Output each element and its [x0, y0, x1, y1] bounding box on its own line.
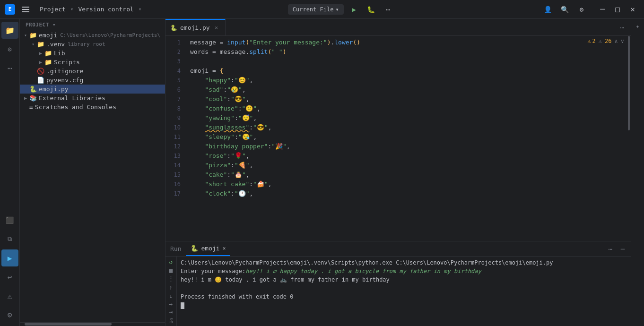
close-button[interactable]: ✕: [626, 3, 639, 16]
tab-spacer: [226, 19, 614, 35]
project-arrow: ▾: [70, 6, 74, 12]
lib-label: Lib: [54, 50, 65, 57]
rerun-button[interactable]: ↺: [166, 258, 176, 266]
code-content[interactable]: message = input("Enter your message:").l…: [184, 36, 627, 241]
code-line-6: "sad":"😢",: [190, 85, 627, 94]
bottom-panel: Run 🐍 emoji ✕ ⋯ ─ ↺ ■ ⋮: [165, 241, 631, 326]
gitignore-label: .gitignore: [46, 68, 83, 75]
venv-folder-icon: 📁: [37, 41, 44, 48]
tab-close-button[interactable]: ✕: [213, 24, 220, 32]
tab-filename: emoji.py: [180, 24, 210, 31]
venv-sublabel: library root: [68, 41, 105, 47]
vcs-arrow: ▾: [139, 6, 142, 12]
tab-more-button[interactable]: ⋯: [617, 22, 628, 33]
sidebar-item-scratches[interactable]: ▶ ≡ Scratches and Consoles: [20, 103, 165, 112]
lib-folder-icon: 📁: [44, 50, 52, 57]
maximize-button[interactable]: □: [611, 3, 624, 16]
settings-icon[interactable]: ⚙: [575, 3, 588, 16]
activity-project[interactable]: 📁: [1, 22, 18, 39]
emoji-tab-close[interactable]: ✕: [223, 245, 226, 251]
ext-libs-arrow: ▶: [22, 95, 29, 101]
debug-button[interactable]: 🐛: [365, 3, 378, 16]
code-editor[interactable]: 12345 678910 1112131415 1617 message = i…: [165, 36, 631, 241]
sidebar-item-emoji-root[interactable]: ▾ 📁 emoji C:\Users\Lenovo\PycharmProject…: [20, 31, 165, 40]
vcs-menu-item[interactable]: Version control: [74, 4, 137, 15]
venv-label: .venv: [46, 41, 65, 48]
code-line-16: "short cake":"🍰",: [190, 180, 627, 189]
code-line-8: "confuse":"😕",: [190, 104, 627, 113]
code-line-14: "pizza":"🍕",: [190, 161, 627, 170]
run-current-file[interactable]: Current File ▾: [288, 4, 344, 15]
panel-tab-run[interactable]: Run: [165, 241, 186, 256]
tab-emoji-py[interactable]: 🐍 emoji.py ✕: [165, 19, 226, 35]
scroll-down-button[interactable]: ↓: [166, 292, 176, 300]
terminal-output[interactable]: C:\Users\Lenovo\PycharmProjects\emoji\.v…: [177, 257, 631, 326]
code-line-13: "rose":"🌹",: [190, 151, 627, 161]
scratches-label: Scratches and Consoles: [35, 103, 116, 111]
expand-icon[interactable]: ∧: [615, 38, 618, 44]
emoji-root-arrow: ▾: [22, 33, 29, 38]
activity-commit[interactable]: ⚙: [1, 41, 18, 58]
activity-warnings[interactable]: ⚠: [1, 287, 18, 304]
error-badge[interactable]: 26: [605, 38, 611, 44]
stop-button[interactable]: ■: [166, 266, 176, 274]
editor-scrollbar[interactable]: [627, 36, 631, 241]
sidebar-item-scripts[interactable]: ▶ 📁 Scripts: [20, 58, 165, 67]
sidebar-item-venv[interactable]: ▾ 📁 .venv library root: [20, 40, 165, 49]
panel-tab-emoji[interactable]: 🐍 emoji ✕: [186, 241, 230, 256]
scroll-up-button[interactable]: ↑: [166, 284, 176, 291]
hamburger-menu[interactable]: [19, 4, 32, 15]
editor-warnings: ⚠ 2 ⚠ 26 ∧ ∨: [587, 38, 624, 44]
pyvenv-label: pyvenv.cfg: [46, 77, 83, 84]
sidebar-scrollbar[interactable]: [20, 322, 165, 326]
sidebar-item-lib[interactable]: ▶ 📁 Lib: [20, 49, 165, 58]
titlebar-menu: Project ▾ Version control ▾: [36, 4, 141, 15]
minimize-button[interactable]: ─: [596, 3, 609, 16]
activity-git[interactable]: ↩: [1, 268, 18, 285]
activity-plugins[interactable]: ⬛: [1, 212, 18, 229]
ext-libs-icon: 📚: [29, 94, 37, 102]
account-icon[interactable]: 👤: [541, 3, 554, 16]
panel-minimize-button[interactable]: ─: [618, 244, 628, 254]
code-line-3: [190, 57, 627, 66]
panel-tabs: Run 🐍 emoji ✕ ⋯ ─: [165, 241, 631, 257]
sidebar-item-gitignore[interactable]: ▶ 🚫 .gitignore: [20, 67, 165, 76]
wrap-button[interactable]: ↔: [166, 300, 176, 308]
terminal-output-line: hey!! i m 😊 today . i got a 🚲 from my fa…: [181, 275, 627, 284]
code-line-1: message = input("Enter your message:").l…: [190, 38, 627, 47]
activity-run-panel[interactable]: ▶: [1, 249, 18, 266]
project-menu-item[interactable]: Project: [36, 4, 70, 15]
right-tools: ✦: [631, 19, 644, 326]
scripts-label: Scripts: [54, 59, 80, 66]
window-controls: ─ □ ✕: [596, 3, 639, 16]
panel-actions: ⋯ ─: [602, 241, 631, 256]
collapse-icon[interactable]: ∨: [621, 38, 624, 44]
scripts-folder-icon: 📁: [44, 59, 52, 66]
lib-arrow: ▶: [37, 51, 44, 56]
warning-icon: ⚠: [587, 38, 591, 44]
sidebar-item-emoji-py[interactable]: ▶ 🐍 emoji.py: [20, 85, 165, 94]
current-file-label: Current File: [293, 6, 334, 13]
terminal-path-line: C:\Users\Lenovo\PycharmProjects\emoji\.v…: [181, 258, 627, 267]
sidebar-item-pyvenv[interactable]: ▶ 📄 pyvenv.cfg: [20, 76, 165, 85]
options-button[interactable]: ⋮: [166, 275, 176, 282]
ai-button[interactable]: ✦: [633, 21, 643, 31]
run-tab-label: Run: [170, 245, 181, 252]
run-button[interactable]: ▶: [348, 3, 361, 16]
panel-more-button[interactable]: ⋯: [605, 244, 616, 254]
activity-layers[interactable]: ⧉: [1, 231, 18, 248]
terminal-input-line: Enter your message:hey!! i m happy today…: [181, 267, 627, 275]
warning-badge[interactable]: ⚠ 2: [587, 38, 595, 44]
activity-more[interactable]: ⋯: [1, 60, 18, 77]
more-button[interactable]: ⋯: [382, 3, 395, 16]
soft-wrap-button[interactable]: ⇥: [166, 309, 176, 316]
activity-settings[interactable]: ⚙: [1, 306, 18, 323]
code-line-4: emoji = {: [190, 66, 627, 76]
gitignore-icon: 🚫: [37, 68, 44, 75]
emoji-tab-icon: 🐍: [191, 245, 198, 252]
search-icon[interactable]: 🔍: [558, 3, 571, 16]
titlebar: E Project ▾ Version control ▾ Current Fi…: [0, 0, 644, 19]
print-button[interactable]: 🖨: [166, 317, 176, 324]
activity-bar: 📁 ⚙ ⋯ ⬛ ⧉ ▶ ↩ ⚠ ⚙: [0, 19, 20, 326]
sidebar-item-external-libs[interactable]: ▶ 📚 External Libraries: [20, 94, 165, 103]
